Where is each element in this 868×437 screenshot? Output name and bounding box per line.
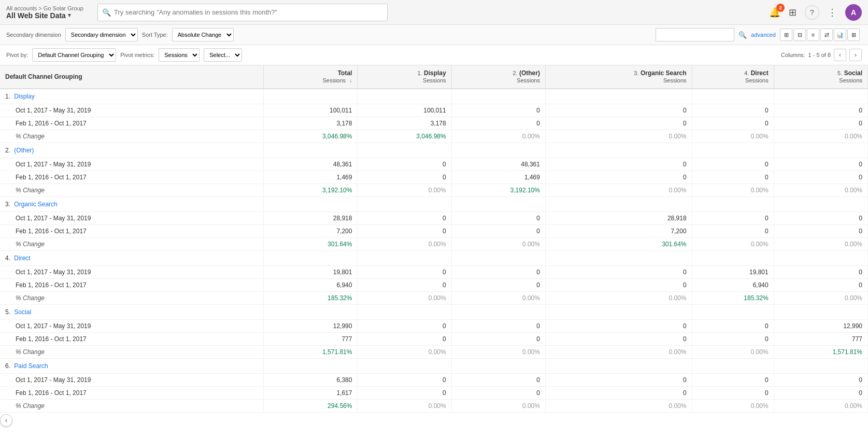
row-cell-social: 0.00% [774,292,867,305]
row-cell-total: 12,990 [264,320,358,333]
row-cell-total: 6,940 [264,279,358,292]
pivot-metrics-select[interactable]: Sessions [159,48,200,62]
prev-columns-button[interactable]: ‹ [834,49,846,61]
col-social-name: Social [844,69,862,77]
secondary-dimension-select[interactable]: Secondary dimension [65,28,138,41]
row-cell-display: 3,178 [358,117,451,130]
row-cell-display: 0.00% [358,292,451,305]
group-direct-placeholder [692,197,774,212]
row-cell-organic: 0 [545,266,692,279]
row-cell-social: 0.00% [774,184,867,197]
row-cell-other: 0 [451,225,545,238]
sort-type-select[interactable]: Absolute Change [172,28,234,41]
row-cell-total: 100,011 [264,104,358,117]
more-options-icon[interactable]: ⋮ [828,7,837,18]
advanced-link[interactable]: advanced [751,32,776,38]
row-cell-other: 0.00% [451,400,545,413]
col-social-sub: Sessions [839,77,862,83]
table-row: 3. Organic Search [0,197,868,212]
row-cell-display: 0 [358,374,451,387]
row-cell-display: 0 [358,225,451,238]
group-display-placeholder [358,305,451,320]
chart-view-icon[interactable]: 📊 [834,29,846,41]
table-row: 4. Direct [0,251,868,266]
table-search-icon[interactable]: 🔍 [738,31,747,39]
row-cell-social: 0.00% [774,400,867,413]
columns-info: Columns: 1 - 5 of 8 ‹ › [781,49,862,61]
row-cell-social: 0.00% [774,130,867,143]
channel-link[interactable]: Direct [14,255,30,262]
group-header-cell: 5. Social [0,305,264,320]
channel-link[interactable]: (Other) [14,147,34,154]
channel-link[interactable]: Social [14,308,31,316]
row-cell-other: 0 [451,117,545,130]
search-bar[interactable]: 🔍 [97,4,388,21]
table-row: Feb 1, 2016 - Oct 1, 20177770000777 [0,333,868,346]
group-other-placeholder [451,143,545,158]
row-cell-display: 0 [358,212,451,225]
row-cell-organic: 0 [545,279,692,292]
row-label: % Change [0,292,264,305]
table-row: Feb 1, 2016 - Oct 1, 20173,1783,1780000 [0,117,868,130]
group-other-placeholder [451,305,545,320]
channel-link[interactable]: Organic Search [14,201,57,208]
avatar[interactable]: A [845,4,862,21]
group-organic-placeholder [545,197,692,212]
list-view-icon[interactable]: ≡ [807,29,819,41]
col-total-name: Total [338,69,352,77]
group-header-cell: 6. Paid Search [0,359,264,374]
chevron-down-icon[interactable]: ▾ [68,12,71,19]
row-cell-total: 3,178 [264,117,358,130]
pivot-view-icon[interactable]: ⊟ [793,29,806,41]
group-direct-placeholder [692,359,774,374]
grid-view-icon[interactable]: ⊞ [780,29,792,41]
col-display-num: 1. [417,70,422,76]
channel-link[interactable]: Paid Search [14,362,48,370]
row-cell-other: 0 [451,374,545,387]
row-cell-other: 0 [451,320,545,333]
row-cell-total: 48,361 [264,158,358,171]
site-title[interactable]: All Web Site Data ▾ [6,11,89,20]
row-cell-total: 1,469 [264,171,358,184]
row-cell-total: 1,617 [264,387,358,400]
col-social-num: 5. [837,70,842,76]
group-display-placeholder [358,251,451,266]
notifications-icon[interactable]: 🔔 2 [769,7,780,18]
row-cell-organic: 0 [545,374,692,387]
select-dropdown[interactable]: Select... [204,48,242,62]
pivot-by-select[interactable]: Default Channel Grouping [32,48,116,62]
row-cell-total: 294.56% [264,400,358,413]
row-cell-direct: 0.00% [692,238,774,251]
group-direct-placeholder [692,89,774,104]
search-input[interactable] [114,8,383,16]
row-label: % Change [0,184,264,197]
site-title-text: All Web Site Data [6,11,66,20]
sort-type-label: Sort Type: [142,32,168,38]
table-body: 1. Display Oct 1, 2017 - May 31, 2019100… [0,89,868,413]
group-total-placeholder [264,197,358,212]
row-cell-organic: 28,918 [545,212,692,225]
row-cell-organic: 0 [545,158,692,171]
table-row: Feb 1, 2016 - Oct 1, 20171,46901,469000 [0,171,868,184]
table-search-input[interactable] [656,28,734,41]
group-total-placeholder [264,251,358,266]
row-cell-other: 0.00% [451,130,545,143]
apps-grid-icon[interactable]: ⊞ [789,7,796,18]
row-cell-direct: 0 [692,158,774,171]
table-view-icon[interactable]: ⊞ [847,29,860,41]
channel-link[interactable]: Display [14,93,34,100]
col-header-total[interactable]: Total Sessions ↓ [264,65,358,89]
row-cell-display: 3,046.98% [358,130,451,143]
row-cell-direct: 0 [692,320,774,333]
table-row: Feb 1, 2016 - Oct 1, 20177,200007,20000 [0,225,868,238]
row-cell-direct: 0 [692,212,774,225]
compare-view-icon[interactable]: ⇄ [820,29,833,41]
row-cell-display: 0.00% [358,238,451,251]
row-cell-social: 12,990 [774,320,867,333]
help-icon[interactable]: ? [805,5,819,20]
group-display-placeholder [358,359,451,374]
table-row: Oct 1, 2017 - May 31, 201912,990000012,9… [0,320,868,333]
next-columns-button[interactable]: › [849,49,862,61]
row-cell-direct: 0 [692,171,774,184]
row-cell-social: 0 [774,158,867,171]
